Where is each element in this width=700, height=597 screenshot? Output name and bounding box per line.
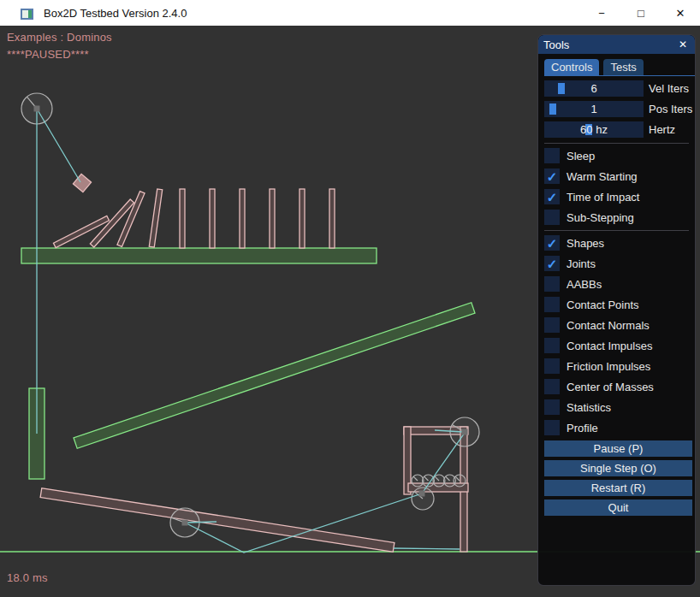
slider-vel-iters: 6Vel Iters	[544, 80, 695, 97]
checkbox[interactable]	[544, 420, 560, 435]
checkbox-row-time-of-impact: ✓Time of Impact	[544, 189, 695, 204]
slider-grab[interactable]	[558, 83, 565, 94]
domino-leaning	[149, 189, 162, 247]
checkbox[interactable]	[544, 148, 560, 163]
restart-r-button[interactable]: Restart (R)	[544, 480, 692, 496]
tab-controls[interactable]: Controls	[544, 59, 599, 75]
slider-label: Hertz	[649, 123, 675, 136]
domino-standing-4	[270, 189, 275, 248]
minimize-button[interactable]: −	[582, 0, 621, 26]
separator	[544, 230, 689, 231]
domino-shelf	[21, 248, 377, 263]
slider-track[interactable]: 6	[544, 80, 644, 97]
checkbox[interactable]	[544, 297, 560, 312]
checkbox-row-aabbs: AABBs	[544, 276, 695, 292]
tab-tests[interactable]: Tests	[603, 59, 643, 75]
app-icon	[21, 8, 33, 19]
tools-panel-titlebar[interactable]: Tools ✕	[538, 35, 695, 54]
checkbox[interactable]	[544, 379, 560, 394]
checkbox-group-simulation: Sleep✓Warm Starting✓Time of ImpactSub-St…	[544, 148, 695, 225]
checkbox[interactable]	[544, 338, 560, 353]
checkbox-row-friction-impulses: Friction Impulses	[544, 358, 695, 374]
example-label: Examples : Dominos	[7, 31, 112, 44]
joint-ground-link	[394, 548, 460, 549]
checkbox-label: Contact Normals	[567, 319, 650, 332]
checkbox[interactable]	[544, 358, 560, 374]
checkbox-row-profile: Profile	[544, 420, 695, 435]
domino-standing-6	[329, 189, 335, 248]
domino-standing-3	[240, 189, 245, 248]
checkbox-row-statistics: Statistics	[544, 399, 695, 415]
slider-label: Vel Iters	[649, 82, 689, 95]
checkbox-label: Joints	[567, 257, 596, 270]
pause-p-button[interactable]: Pause (P)	[544, 440, 692, 457]
checkbox-row-contact-normals: Contact Normals	[544, 317, 695, 333]
checkbox-row-center-of-masses: Center of Masses	[544, 379, 695, 394]
slider-pos-iters: 1Pos Iters	[544, 101, 695, 117]
domino-standing-1	[180, 189, 185, 248]
checkbox-label: Warm Starting	[567, 170, 638, 183]
checkbox-label: Shapes	[567, 237, 604, 250]
checkbox[interactable]: ✓	[544, 189, 560, 204]
checkbox[interactable]	[544, 276, 560, 292]
checkbox-label: Contact Points	[567, 298, 639, 311]
checkbox[interactable]	[544, 399, 560, 415]
checkbox[interactable]: ✓	[544, 256, 560, 271]
checkbox-label: Center of Masses	[567, 381, 654, 393]
checkbox-label: Statistics	[567, 401, 611, 414]
slider-value: 60 hz	[580, 123, 608, 136]
checkbox[interactable]: ✓	[544, 235, 560, 251]
checkbox-row-sleep: Sleep	[544, 148, 695, 163]
checkbox-row-warm-starting: ✓Warm Starting	[544, 168, 695, 184]
checkbox-label: Friction Impulses	[567, 360, 650, 373]
tools-panel-title: Tools	[543, 38, 676, 51]
checkbox[interactable]	[544, 317, 560, 333]
slider-value: 1	[590, 103, 596, 115]
checkbox[interactable]: ✓	[544, 168, 560, 184]
separator	[544, 143, 689, 144]
tabbar: Controls Tests	[544, 59, 695, 76]
domino-standing-2	[210, 189, 215, 248]
checkbox-label: Time of Impact	[567, 191, 639, 204]
frame-time-label: 18.0 ms	[7, 571, 48, 584]
checkbox-label: Profile	[567, 422, 598, 434]
check-icon: ✓	[547, 237, 558, 250]
tools-close-icon[interactable]: ✕	[676, 38, 690, 51]
check-icon: ✓	[547, 191, 558, 204]
checkbox-row-joints: ✓Joints	[544, 256, 695, 271]
check-icon: ✓	[547, 170, 558, 183]
app-window: Box2D Testbed Version 2.4.0 − □ ✕ Exampl…	[0, 0, 700, 597]
titlebar: Box2D Testbed Version 2.4.0 − □ ✕	[0, 0, 700, 26]
checkbox-row-sub-stepping: Sub-Stepping	[544, 210, 695, 225]
slider-track[interactable]: 1	[544, 101, 644, 117]
slider-label: Pos Iters	[649, 103, 692, 115]
paused-label: ****PAUSED****	[7, 48, 89, 61]
checkbox-label: Sleep	[567, 150, 595, 163]
pendulum-box	[73, 174, 91, 192]
checkbox-row-contact-points: Contact Points	[544, 297, 695, 312]
slider-section: 6Vel Iters1Pos Iters60 hzHertz	[544, 80, 695, 138]
checkbox[interactable]	[544, 210, 560, 225]
slider-value: 6	[590, 82, 596, 95]
slider-track[interactable]: 60 hz	[544, 121, 644, 138]
slider-hertz: 60 hzHertz	[544, 121, 695, 138]
checkbox-row-contact-impulses: Contact Impulses	[544, 338, 695, 353]
single-step-o-button[interactable]: Single Step (O)	[544, 460, 692, 476]
checkbox-label: Contact Impulses	[567, 340, 652, 352]
window-title: Box2D Testbed Version 2.4.0	[44, 7, 187, 20]
domino-standing-5	[300, 189, 305, 248]
checkbox-row-shapes: ✓Shapes	[544, 235, 695, 251]
joint-anchor-1	[34, 106, 40, 112]
joint-pendulum-box	[37, 109, 80, 182]
slider-grab[interactable]	[549, 103, 556, 115]
close-button[interactable]: ✕	[661, 0, 700, 26]
checkbox-group-draw: ✓Shapes✓JointsAABBsContact PointsContact…	[544, 235, 695, 435]
joint-anchor-2	[182, 520, 188, 526]
checkbox-label: AABBs	[567, 278, 602, 291]
maximize-button[interactable]: □	[621, 0, 661, 26]
check-icon: ✓	[547, 257, 558, 270]
button-section: Pause (P)Single Step (O)Restart (R)Quit	[544, 440, 695, 516]
tools-panel: Tools ✕ Controls Tests 6Vel Iters1Pos It…	[537, 34, 696, 586]
quit-button[interactable]: Quit	[544, 499, 692, 516]
joint-anchor-4	[462, 429, 468, 435]
